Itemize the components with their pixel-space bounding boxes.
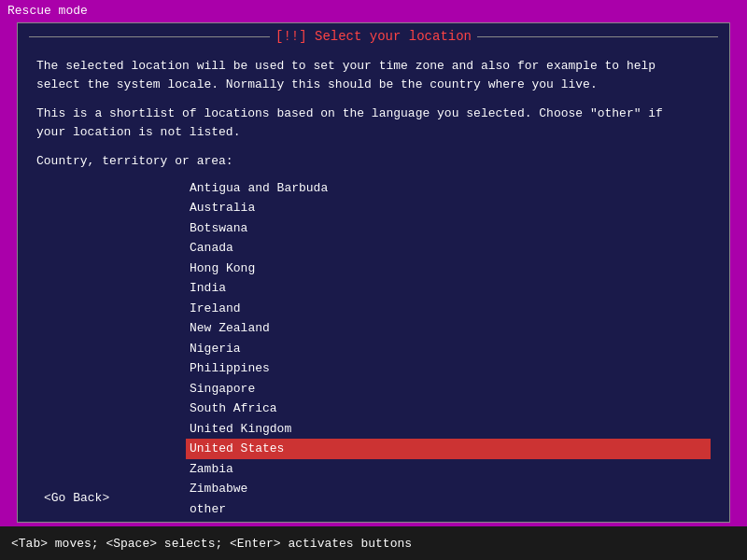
country-territory-label: Country, territory or area: — [36, 152, 711, 171]
list-item[interactable]: Philippines — [186, 358, 711, 379]
status-bar: <Tab> moves; <Space> selects; <Enter> ac… — [0, 526, 747, 560]
list-item[interactable]: Australia — [186, 198, 711, 218]
country-list: Antigua and BarbudaAustraliaBotswanaCana… — [186, 178, 711, 520]
list-item[interactable]: United Kingdom — [186, 419, 711, 440]
description-line1: The selected location will be used to se… — [36, 59, 655, 91]
list-item[interactable]: Nigeria — [186, 339, 711, 359]
list-item[interactable]: Zimbabwe — [186, 479, 711, 499]
list-item[interactable]: Botswana — [186, 218, 711, 239]
dialog-content: The selected location will be used to se… — [18, 49, 729, 526]
list-item[interactable]: India — [186, 278, 711, 299]
list-item[interactable]: Singapore — [186, 379, 711, 399]
list-item[interactable]: Canada — [186, 238, 711, 259]
dialog-title-line-right — [477, 36, 718, 37]
dialog-title-bar: [!!] Select your location — [18, 23, 729, 49]
list-item[interactable]: Antigua and Barbuda — [186, 178, 711, 199]
shortlist-line1: This is a shortlist of locations based o… — [36, 106, 663, 139]
list-item[interactable]: Ireland — [186, 299, 711, 319]
main-area: [!!] Select your location The selected l… — [17, 22, 730, 523]
list-item[interactable]: other — [186, 499, 711, 520]
list-item[interactable]: Hong Kong — [186, 259, 711, 279]
list-item[interactable]: South Africa — [186, 399, 711, 419]
list-item[interactable]: United States — [186, 439, 711, 459]
description-text: The selected location will be used to se… — [36, 57, 711, 93]
shortlist-text: This is a shortlist of locations based o… — [36, 105, 711, 141]
dialog-title: [!!] Select your location — [275, 29, 472, 44]
list-item[interactable]: Zambia — [186, 459, 711, 480]
status-text: <Tab> moves; <Space> selects; <Enter> ac… — [11, 537, 412, 551]
title-bar: Rescue mode — [0, 0, 747, 21]
title-bar-label: Rescue mode — [7, 4, 88, 18]
dialog-title-line-left — [29, 36, 270, 37]
go-back-button[interactable]: <Go Back> — [44, 491, 109, 505]
list-item[interactable]: New Zealand — [186, 318, 711, 339]
